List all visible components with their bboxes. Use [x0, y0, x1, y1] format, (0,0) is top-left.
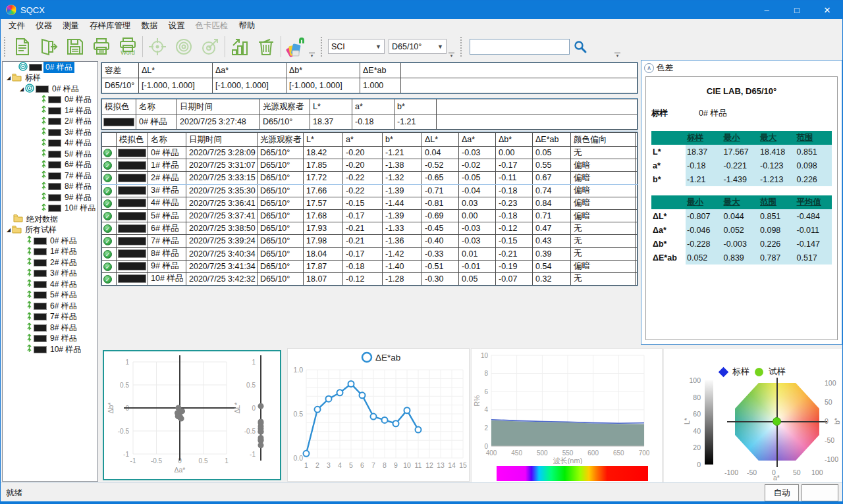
- calibrate-black-button[interactable]: [144, 34, 171, 59]
- delete-button[interactable]: [253, 34, 279, 59]
- menu-item[interactable]: 帮助: [234, 19, 261, 33]
- toolbar-grip[interactable]: [4, 37, 7, 57]
- table-row[interactable]: ✓9# 样品2020/7/25 3:41:34D65/10°17.87-0.18…: [102, 260, 638, 272]
- tree-item[interactable]: 1# 样品: [3, 247, 97, 258]
- expanded-triangle-icon[interactable]: ◢: [5, 227, 12, 233]
- expanded-triangle-icon[interactable]: ◢: [5, 75, 12, 81]
- tree-item[interactable]: ◢所有试样: [3, 225, 97, 236]
- table-row[interactable]: ✓1# 样品2020/7/25 3:31:07D65/10°17.85-0.20…: [102, 159, 638, 172]
- auto-button[interactable]: 自动: [765, 484, 799, 501]
- table-row[interactable]: ✓7# 样品2020/7/25 3:39:24D65/10°17.98-0.21…: [102, 235, 638, 247]
- tree-item[interactable]: 7# 样品: [3, 312, 97, 323]
- column-header[interactable]: ΔE*ab: [533, 133, 571, 147]
- toolbar-overflow-button[interactable]: ▾: [449, 53, 454, 57]
- close-button[interactable]: ✕: [812, 1, 842, 19]
- tree-item[interactable]: 5# 样品: [3, 149, 97, 160]
- toolbar-overflow-button[interactable]: ▾: [614, 53, 620, 57]
- tree-item[interactable]: 8# 样品: [3, 182, 97, 193]
- table-row[interactable]: ✓6# 样品2020/7/25 3:38:50D65/10°17.93-0.21…: [102, 222, 638, 235]
- tree-item[interactable]: ◢0# 样品: [3, 84, 97, 95]
- menu-item[interactable]: 测量: [57, 19, 84, 33]
- export-word-button[interactable]: Word: [115, 34, 141, 59]
- save-button[interactable]: [62, 34, 88, 59]
- mode-select[interactable]: SCI ▼: [328, 39, 385, 54]
- menu-item[interactable]: 色卡匹检: [190, 19, 234, 33]
- table-row[interactable]: ✓3# 样品2020/7/25 3:35:30D65/10°17.66-0.22…: [102, 184, 638, 197]
- tree-item[interactable]: 6# 样品: [3, 301, 97, 312]
- table-row[interactable]: ✓0# 样品2020/7/25 3:28:09D65/10°18.42-0.20…: [102, 147, 638, 159]
- column-header[interactable]: Δa*: [213, 63, 286, 78]
- column-header[interactable]: L*: [310, 99, 352, 114]
- column-header[interactable]: ΔL*: [139, 63, 213, 78]
- column-header[interactable]: [401, 63, 638, 78]
- tree-item[interactable]: 3# 样品: [3, 127, 97, 138]
- menu-item[interactable]: 设置: [163, 19, 190, 33]
- column-header[interactable]: b*: [394, 99, 437, 114]
- table-row[interactable]: ✓8# 样品2020/7/25 3:40:34D65/10°18.04-0.17…: [102, 247, 638, 260]
- table-row[interactable]: D65/10°[-1.000, 1.000][-1.000, 1.000][-1…: [102, 78, 638, 93]
- analyze-button[interactable]: [227, 34, 253, 59]
- column-header[interactable]: 名称: [148, 133, 186, 147]
- color-card-match-button[interactable]: [283, 34, 309, 59]
- tree-item[interactable]: 0# 样品: [3, 95, 97, 106]
- column-header[interactable]: 容差: [102, 63, 139, 78]
- menu-item[interactable]: 存样库管理: [84, 19, 136, 33]
- column-header[interactable]: a*: [343, 133, 383, 147]
- table-row[interactable]: ✓10# 样品2020/7/25 3:42:32D65/10°18.07-0.1…: [102, 272, 638, 285]
- search-input[interactable]: [470, 39, 570, 55]
- table-row[interactable]: ✓4# 样品2020/7/25 3:36:41D65/10°17.57-0.15…: [102, 197, 638, 209]
- scatter-chart-panel[interactable]: 10.50-0.5-1-1-0.500.51Δb*Δa*10.50-0.5-1Δ…: [103, 350, 281, 480]
- tree-item[interactable]: 10# 样品: [3, 344, 97, 355]
- menu-item[interactable]: 数据: [136, 19, 163, 33]
- menu-item[interactable]: 仪器: [30, 19, 57, 33]
- tree-item[interactable]: 1# 样品: [3, 105, 97, 116]
- column-header[interactable]: Δb*: [286, 63, 360, 78]
- toolbar-overflow-button[interactable]: ▾: [309, 53, 315, 57]
- tree-item[interactable]: 2# 样品: [3, 257, 97, 268]
- column-header[interactable]: 光源观察者: [258, 133, 304, 147]
- table-row[interactable]: 0# 样品2020/7/25 3:27:48D65/10°18.37-0.18-…: [102, 114, 638, 130]
- column-header[interactable]: [437, 99, 638, 114]
- illuminant-select[interactable]: D65/10° ▼: [389, 39, 447, 54]
- column-header[interactable]: 模拟色: [102, 99, 136, 114]
- tree-item[interactable]: 6# 样品: [3, 160, 97, 171]
- collapse-icon[interactable]: ∧: [644, 63, 654, 73]
- calibrate-white-button[interactable]: [171, 34, 197, 59]
- column-header[interactable]: 模拟色: [117, 133, 148, 147]
- new-document-button[interactable]: [9, 34, 36, 59]
- deltae-chart-panel[interactable]: 1234567891011121314150.00.51.0ΔE*ab: [287, 348, 470, 482]
- spectral-chart-panel[interactable]: 0246810400450500550600650700波长(nm)R%: [471, 348, 663, 484]
- tree-item[interactable]: 0# 样品: [3, 236, 97, 247]
- column-header[interactable]: b*: [383, 133, 422, 147]
- column-header[interactable]: 日期时间: [186, 133, 258, 147]
- minimize-button[interactable]: –: [751, 1, 782, 19]
- tree-item[interactable]: 9# 样品: [3, 192, 97, 203]
- expanded-triangle-icon[interactable]: ◢: [18, 86, 25, 92]
- column-header[interactable]: L*: [304, 133, 343, 147]
- tree-item[interactable]: 2# 样品: [3, 116, 97, 128]
- print-button[interactable]: [88, 34, 115, 59]
- export-button[interactable]: [36, 34, 62, 59]
- column-header[interactable]: 名称: [136, 99, 177, 114]
- tree-item[interactable]: 5# 样品: [3, 290, 97, 301]
- tree-item[interactable]: 绝对数据: [3, 214, 97, 225]
- tree-item[interactable]: 3# 样品: [3, 268, 97, 280]
- table-row[interactable]: ✓5# 样品2020/7/25 3:37:41D65/10°17.68-0.17…: [102, 209, 638, 222]
- tree-item[interactable]: 0# 样品: [3, 62, 97, 73]
- column-header[interactable]: 日期时间: [177, 99, 260, 114]
- measure-button[interactable]: [197, 34, 223, 59]
- tree-item[interactable]: 8# 样品: [3, 322, 97, 334]
- column-header[interactable]: Δb*: [496, 133, 533, 147]
- column-header[interactable]: ΔL*: [422, 133, 459, 147]
- tree-item[interactable]: 9# 样品: [3, 334, 97, 345]
- column-header[interactable]: 颜色偏向: [571, 133, 636, 147]
- column-header[interactable]: a*: [352, 99, 394, 114]
- blank-status-button[interactable]: [802, 484, 838, 501]
- table-row[interactable]: ✓2# 样品2020/7/25 3:33:15D65/10°17.72-0.22…: [102, 172, 638, 184]
- menu-item[interactable]: 文件: [3, 19, 30, 33]
- gamut-chart-panel[interactable]: 标样 试样 100806040200100500-50-100-100-5005…: [663, 348, 842, 484]
- column-header[interactable]: [636, 133, 638, 147]
- tree-item[interactable]: 4# 样品: [3, 279, 97, 290]
- tree-item[interactable]: 4# 样品: [3, 138, 97, 149]
- tree-item[interactable]: ◢标样: [3, 73, 97, 84]
